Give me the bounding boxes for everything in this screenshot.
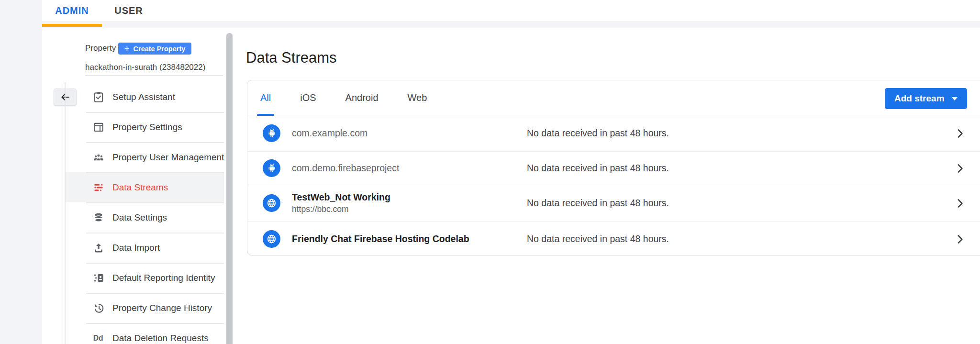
chevron-right-icon[interactable] bbox=[954, 162, 966, 175]
chevron-right-icon[interactable] bbox=[954, 233, 966, 245]
stream-tab-label: All bbox=[260, 92, 271, 103]
stream-filter-tabs: All iOS Android Web Add stream bbox=[247, 80, 980, 115]
stream-text: TestWeb_Not Working https://bbc.com bbox=[292, 192, 390, 214]
property-section-label: Property bbox=[85, 44, 116, 53]
ga-admin-screen: ADMIN USER Property + Create Property ha… bbox=[0, 0, 980, 344]
sidebar-item-label: Setup Assistant bbox=[112, 92, 175, 102]
stream-url: https://bbc.com bbox=[292, 204, 390, 214]
stream-row[interactable]: TestWeb_Not Working https://bbc.com No d… bbox=[247, 185, 980, 221]
sidebar-item-property-change-history[interactable]: Property Change History bbox=[66, 293, 224, 323]
stream-tab-label: iOS bbox=[300, 92, 316, 103]
admin-tab-underline bbox=[42, 24, 102, 27]
stream-status: No data received in past 48 hours. bbox=[527, 163, 669, 174]
sidebar-item-data-import[interactable]: Data Import bbox=[66, 233, 224, 263]
chevron-right-icon[interactable] bbox=[954, 127, 966, 140]
stream-tab-all[interactable]: All bbox=[257, 80, 274, 115]
page-background-strip bbox=[42, 21, 980, 28]
stream-title: TestWeb_Not Working bbox=[292, 192, 390, 203]
android-icon bbox=[263, 124, 280, 142]
property-change-history-icon bbox=[92, 302, 105, 314]
property-user-management-icon bbox=[92, 151, 105, 164]
stream-row[interactable]: com.demo.firebaseproject No data receive… bbox=[247, 151, 980, 185]
stream-status: No data received in past 48 hours. bbox=[527, 128, 669, 139]
page-background-left bbox=[0, 0, 42, 344]
stream-status: No data received in past 48 hours. bbox=[527, 198, 669, 209]
data-streams-card: All iOS Android Web Add stream bbox=[247, 80, 980, 255]
tab-user[interactable]: USER bbox=[102, 0, 156, 21]
property-name[interactable]: hackathon-in-surath (238482022) bbox=[85, 63, 205, 72]
stream-title: Friendly Chat Firebase Hosting Codelab bbox=[292, 233, 469, 244]
sidebar-item-label: Data Deletion Requests bbox=[112, 333, 209, 344]
sidebar-scrollbar[interactable] bbox=[226, 33, 233, 344]
stream-tab-web[interactable]: Web bbox=[404, 80, 431, 115]
sidebar-menu: Setup Assistant Property Settings Proper… bbox=[66, 82, 224, 344]
stream-list: com.example.com No data received in past… bbox=[247, 115, 980, 256]
sidebar-item-label: Data Streams bbox=[112, 182, 168, 193]
sidebar-item-label: Property Change History bbox=[112, 303, 212, 313]
web-icon bbox=[263, 230, 280, 248]
property-settings-icon bbox=[92, 121, 105, 133]
sidebar-item-label: Property User Management bbox=[112, 152, 224, 163]
data-import-icon bbox=[92, 242, 105, 254]
sidebar-item-data-settings[interactable]: Data Settings bbox=[66, 202, 224, 233]
data-deletion-requests-icon: Dd bbox=[92, 332, 105, 344]
default-reporting-identity-icon bbox=[92, 272, 105, 284]
stream-title: com.demo.firebaseproject bbox=[292, 163, 399, 174]
sidebar-item-default-reporting-identity[interactable]: Default Reporting Identity bbox=[66, 263, 224, 293]
svg-text:Dd: Dd bbox=[93, 334, 103, 342]
stream-row[interactable]: com.example.com No data received in past… bbox=[247, 115, 980, 151]
create-property-label: Create Property bbox=[134, 45, 186, 53]
stream-text: com.example.com bbox=[292, 128, 368, 139]
stream-text: Friendly Chat Firebase Hosting Codelab bbox=[292, 233, 469, 244]
sidebar-item-property-settings[interactable]: Property Settings bbox=[66, 112, 224, 142]
stream-tab-label: Android bbox=[345, 92, 379, 103]
stream-tab-label: Web bbox=[408, 92, 427, 103]
stream-status: No data received in past 48 hours. bbox=[527, 233, 669, 244]
stream-tab-ios[interactable]: iOS bbox=[297, 80, 319, 115]
stream-row[interactable]: Friendly Chat Firebase Hosting Codelab N… bbox=[247, 221, 980, 256]
sidebar-item-label: Property Settings bbox=[112, 122, 182, 133]
add-stream-label: Add stream bbox=[894, 93, 945, 104]
stream-title: com.example.com bbox=[292, 128, 368, 139]
add-stream-button[interactable]: Add stream bbox=[885, 88, 967, 109]
sidebar-item-property-user-management[interactable]: Property User Management bbox=[66, 142, 224, 172]
stream-tab-android[interactable]: Android bbox=[342, 80, 382, 115]
create-property-button[interactable]: + Create Property bbox=[118, 43, 191, 55]
property-separator bbox=[85, 75, 223, 76]
tab-admin[interactable]: ADMIN bbox=[42, 0, 102, 21]
data-settings-icon bbox=[92, 211, 105, 224]
page-title: Data Streams bbox=[246, 49, 337, 67]
chevron-right-icon[interactable] bbox=[954, 197, 966, 210]
sidebar-item-label: Data Import bbox=[112, 243, 160, 253]
sidebar-item-label: Default Reporting Identity bbox=[112, 273, 215, 283]
plus-icon: + bbox=[124, 44, 130, 53]
data-streams-icon bbox=[92, 181, 105, 194]
sidebar-item-setup-assistant[interactable]: Setup Assistant bbox=[66, 82, 224, 112]
chevron-down-icon bbox=[952, 97, 958, 100]
setup-assistant-icon bbox=[92, 91, 105, 103]
sidebar-item-data-streams[interactable]: Data Streams bbox=[66, 172, 224, 202]
web-icon bbox=[263, 194, 280, 212]
sidebar-item-data-deletion-requests[interactable]: Dd Data Deletion Requests bbox=[66, 323, 224, 344]
sidebar-item-label: Data Settings bbox=[112, 212, 167, 223]
stream-text: com.demo.firebaseproject bbox=[292, 163, 399, 174]
android-icon bbox=[263, 159, 280, 177]
